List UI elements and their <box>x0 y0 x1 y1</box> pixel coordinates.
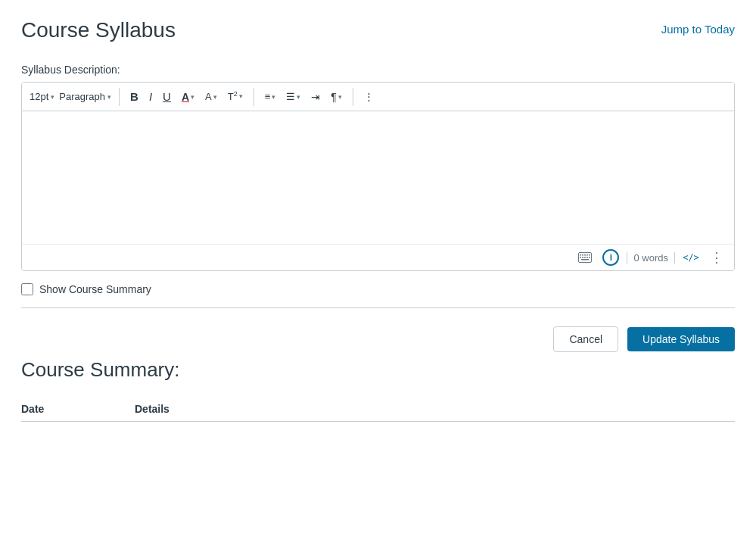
highlight-chevron-icon: ▾ <box>213 93 217 101</box>
list-chevron-icon: ▾ <box>297 93 300 101</box>
paragraph-mark-button[interactable]: ¶ ▾ <box>326 88 347 106</box>
syllabus-description-label: Syllabus Description: <box>21 64 735 76</box>
keyboard-icon[interactable] <box>575 248 595 267</box>
paragraph-group: Paragraph ▾ <box>58 88 113 105</box>
jump-to-today-link[interactable]: Jump to Today <box>661 18 735 36</box>
code-view-icon[interactable]: </> <box>681 248 701 267</box>
font-size-dropdown[interactable]: 12pt ▾ <box>28 88 56 105</box>
underline-button[interactable]: U <box>158 87 176 106</box>
svg-rect-3 <box>584 254 586 256</box>
list-button[interactable]: ☰ ▾ <box>282 88 305 105</box>
action-row: Cancel Update Syllabus <box>21 320 735 358</box>
cancel-button[interactable]: Cancel <box>553 326 618 352</box>
svg-rect-2 <box>582 254 583 256</box>
svg-rect-4 <box>586 254 588 256</box>
page-header: Course Syllabus Jump to Today <box>21 18 735 42</box>
more-options-button[interactable]: ⋮ <box>359 88 378 105</box>
sep-3 <box>353 88 353 106</box>
summary-table-head: Date Details <box>21 397 735 422</box>
paragraph-chevron-icon: ▾ <box>107 93 111 101</box>
course-summary-title: Course Summary: <box>21 358 735 382</box>
italic-button[interactable]: I <box>145 87 157 106</box>
font-color-button[interactable]: A ▾ <box>177 88 199 106</box>
bold-button[interactable]: B <box>126 87 143 106</box>
sep-1 <box>119 88 120 106</box>
svg-rect-8 <box>584 257 586 258</box>
accessibility-icon[interactable]: i <box>601 248 621 267</box>
font-color-chevron-icon: ▾ <box>191 93 194 101</box>
paragraph-mark-chevron-icon: ▾ <box>338 93 342 101</box>
editor-container: 12pt ▾ Paragraph ▾ B I <box>21 82 735 271</box>
svg-rect-7 <box>582 257 583 258</box>
highlight-button[interactable]: A ▾ <box>201 88 222 105</box>
status-more-icon[interactable]: ⋮ <box>707 248 726 267</box>
update-syllabus-button[interactable]: Update Syllabus <box>627 327 735 351</box>
col-details-header: Details <box>135 397 735 422</box>
editor-toolbar: 12pt ▾ Paragraph ▾ B I <box>22 83 734 111</box>
font-size-group: 12pt ▾ <box>28 88 56 105</box>
course-summary-section: Course Summary: Date Details <box>21 358 735 422</box>
page-title: Course Syllabus <box>21 18 176 42</box>
word-count: 0 words <box>627 252 675 264</box>
paragraph-dropdown[interactable]: Paragraph ▾ <box>58 88 113 105</box>
col-date-header: Date <box>21 397 135 422</box>
align-chevron-icon: ▾ <box>272 93 275 101</box>
svg-rect-5 <box>589 254 590 256</box>
divider <box>21 307 735 308</box>
page-container: Course Syllabus Jump to Today Syllabus D… <box>0 0 756 440</box>
editor-content[interactable] <box>22 111 734 244</box>
svg-rect-6 <box>580 257 581 258</box>
superscript-chevron-icon: ▾ <box>239 92 243 100</box>
svg-rect-11 <box>581 259 589 261</box>
show-course-summary-label[interactable]: Show Course Summary <box>39 283 151 295</box>
editor-statusbar: i 0 words </> ⋮ <box>22 244 734 270</box>
show-course-summary-checkbox[interactable] <box>21 283 33 295</box>
indent-button[interactable]: ⇥ <box>306 88 325 106</box>
superscript-button[interactable]: T2 ▾ <box>223 87 247 105</box>
font-size-chevron-icon: ▾ <box>51 93 54 101</box>
sep-2 <box>254 88 254 106</box>
show-course-summary-row: Show Course Summary <box>21 283 735 295</box>
svg-rect-1 <box>580 254 581 256</box>
svg-rect-9 <box>586 257 588 258</box>
summary-table-header-row: Date Details <box>21 397 735 422</box>
align-button[interactable]: ≡ ▾ <box>260 88 281 105</box>
svg-rect-10 <box>589 257 590 258</box>
summary-table: Date Details <box>21 397 735 422</box>
